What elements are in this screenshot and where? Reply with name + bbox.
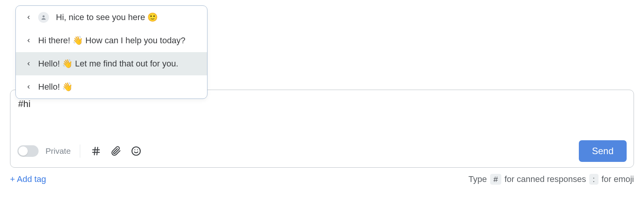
canned-item-text: Hello! 👋	[38, 82, 72, 92]
canned-item-text: Hello! 👋 Let me find that out for you.	[38, 59, 178, 69]
emoji-icon[interactable]	[130, 144, 143, 158]
svg-point-0	[42, 15, 44, 17]
hash-icon[interactable]	[89, 144, 103, 158]
canned-item[interactable]: Hello! 👋 Let me find that out for you.	[16, 52, 207, 75]
svg-line-3	[94, 147, 95, 155]
typing-hint: Type # for canned responses : for emoji	[469, 174, 634, 185]
chevron-left-icon	[26, 38, 31, 43]
chevron-left-icon	[26, 61, 31, 66]
svg-line-4	[97, 147, 98, 155]
canned-item-text: Hi, nice to see you here 🙂	[56, 12, 158, 22]
private-toggle[interactable]	[17, 145, 39, 157]
colon-key-icon: :	[589, 174, 598, 185]
composer-toolbar: Private Send	[17, 140, 627, 162]
attachment-icon[interactable]	[110, 144, 123, 158]
send-button[interactable]: Send	[579, 140, 627, 162]
hint-text: for emoji	[602, 174, 634, 184]
canned-item[interactable]: Hi there! 👋 How can I help you today?	[16, 29, 207, 52]
hint-text: for canned responses	[504, 174, 586, 184]
chevron-left-icon	[26, 15, 31, 20]
canned-popup: Hi, nice to see you here 🙂 Hi there! 👋 H…	[15, 5, 207, 99]
hash-key-icon: #	[490, 174, 502, 185]
divider	[80, 144, 80, 158]
canned-item[interactable]: Hi, nice to see you here 🙂	[16, 6, 207, 29]
add-tag-link[interactable]: + Add tag	[10, 174, 46, 184]
footer: + Add tag Type # for canned responses : …	[10, 174, 634, 185]
svg-point-5	[132, 147, 141, 155]
hint-text: Type	[469, 174, 487, 184]
canned-item-text: Hi there! 👋 How can I help you today?	[38, 36, 185, 46]
toggle-knob	[19, 146, 28, 156]
person-icon	[38, 12, 49, 23]
message-composer: Private Send	[10, 90, 634, 168]
chevron-left-icon	[26, 84, 31, 90]
canned-item[interactable]: Hello! 👋	[16, 75, 207, 99]
private-label: Private	[46, 146, 71, 156]
message-input[interactable]	[17, 99, 627, 140]
